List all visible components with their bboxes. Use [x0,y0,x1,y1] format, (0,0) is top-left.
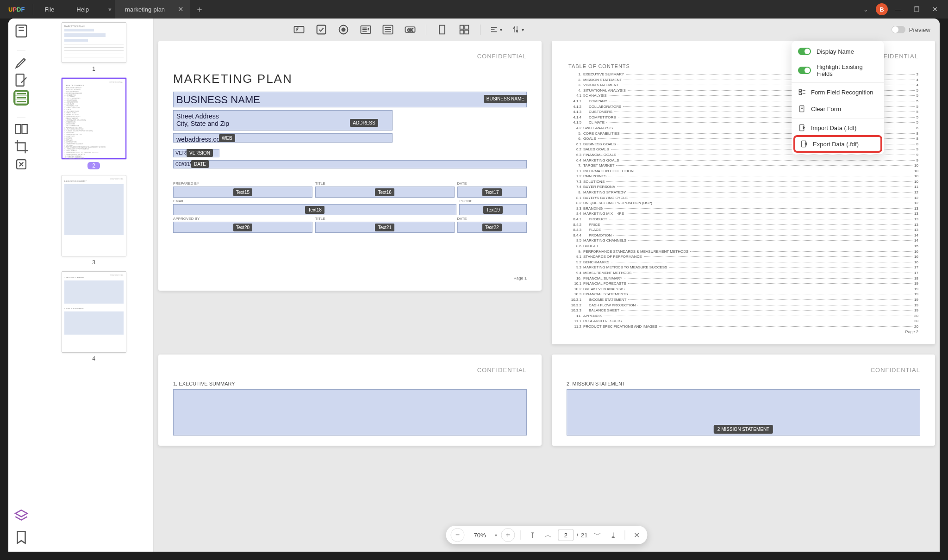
dd-field-recognition[interactable]: Form Field Recognition [792,84,884,100]
close-bar-icon[interactable]: ✕ [631,529,643,541]
svg-rect-20 [465,30,468,34]
workspace: OK ▾ ▾ Preview Display Name Highlight E [154,19,940,552]
title2-field[interactable]: Text21 [315,222,455,233]
window-controls: ⌄ B — ❐ ✕ [857,1,948,18]
maximize-button[interactable]: ❐ [908,1,925,18]
section-title: 2. MISSION STATEMENT [567,381,920,386]
left-rail [8,19,34,552]
page-nav-bar: − 70% ▾ + ⤒ ︿ / 21 ﹀ ⤓ ✕ [446,526,647,544]
text-field-tool-icon[interactable] [293,23,306,36]
page-number: Page 2 [568,330,918,334]
prepared-by-field[interactable]: Text15 [173,187,312,198]
reader-icon[interactable] [13,23,29,39]
toggle-on-icon[interactable] [798,48,811,55]
svg-rect-6 [22,124,27,134]
page-number: Page 1 [173,276,527,280]
zoom-out-button[interactable]: − [450,528,464,542]
business-name-field[interactable]: BUSINESS NAME BUSINESS NAME [173,92,527,107]
prev-page-icon[interactable]: ︿ [542,529,554,541]
thumbnail-panel[interactable]: MARKETING PLAN 1 CONFIDENTIAL TABLE OF C… [34,19,154,552]
dd-import-data[interactable]: Import Data (.fdf) [792,119,884,136]
thumb-1[interactable]: MARKETING PLAN 1 [34,22,153,72]
preview-toggle[interactable] [892,26,905,33]
thumb-2-label: 2 [87,162,100,169]
approved-by-field[interactable]: Text20 [173,222,312,233]
watermark-icon[interactable] [13,156,29,172]
date-field[interactable]: 00/00/ DATE [173,160,527,168]
email-field[interactable]: Text18 [173,204,456,215]
thumb-3[interactable]: CONFIDENTIAL 1. EXECUTIVE SUMMARY 3 [34,175,153,266]
zoom-dropdown-icon[interactable]: ▾ [495,533,497,538]
avatar[interactable]: B [876,3,888,15]
svg-rect-1 [16,74,24,86]
svg-text:OK: OK [407,28,413,32]
current-page-input[interactable] [558,529,574,541]
address-field[interactable]: Street Address City, State and Zip ADDRE… [173,110,393,131]
dd-export-data[interactable]: Export Data (.fdf) [793,135,882,153]
button-tool-icon[interactable]: OK [404,23,417,36]
svg-rect-18 [465,25,468,29]
menu-file[interactable]: File [33,6,65,13]
align-tool[interactable]: ▾ [490,25,502,34]
thumb-4[interactable]: CONFIDENTIAL 2. MISSION STATEMENT 3. VIS… [34,271,153,362]
checkbox-tool-icon[interactable] [315,23,328,36]
title-bar: UPDF File Help ▾ marketing-plan ✕ ＋ ⌄ B … [0,0,948,19]
thumb-2[interactable]: CONFIDENTIAL TABLE OF CONTENTS 1. EXECUT… [34,78,153,169]
last-page-icon[interactable]: ⤓ [607,529,619,541]
phone-field[interactable]: Text19 [459,204,527,215]
new-tab-button[interactable]: ＋ [190,0,209,19]
form-tools-icon[interactable] [13,90,29,106]
svg-point-21 [514,28,515,29]
minimize-button[interactable]: — [890,1,906,18]
dd-clear-form[interactable]: Clear Form [792,100,884,117]
svg-rect-24 [799,93,801,95]
exec-summary-field[interactable] [173,389,527,436]
first-page-icon[interactable]: ⤒ [526,529,538,541]
appr-date-field[interactable]: Text22 [457,222,527,233]
svg-rect-25 [800,106,804,112]
toggle-on-icon[interactable] [798,67,811,74]
svg-rect-0 [16,25,26,37]
page-1: CONFIDENTIAL MARKETING PLAN BUSINESS NAM… [158,41,542,291]
web-field[interactable]: webaddress.com WEB [173,133,393,143]
svg-rect-23 [799,90,801,92]
bookmark-icon[interactable] [13,529,29,545]
menu-help[interactable]: Help [65,6,100,13]
svg-rect-4 [16,100,26,103]
dropdown-tool-icon[interactable] [359,23,372,36]
document-title: MARKETING PLAN [173,72,527,86]
zoom-level[interactable]: 70% [468,532,491,539]
tab-close-icon[interactable]: ✕ [178,5,184,13]
manage-pages-icon[interactable] [13,121,29,137]
next-page-icon[interactable]: ﹀ [592,529,604,541]
prep-date-field[interactable]: Text17 [457,187,527,198]
dd-display-name[interactable]: Display Name [792,44,884,59]
list-tool-icon[interactable] [381,23,394,36]
field-tag: 2 MISSION STATEMENT [714,425,773,434]
zoom-in-button[interactable]: + [501,528,515,542]
grid-pages-icon[interactable] [458,23,471,36]
crop-icon[interactable] [13,139,29,155]
single-page-icon[interactable] [436,23,449,36]
dd-highlight-fields[interactable]: Highlight Existing Fields [792,59,884,81]
svg-rect-9 [317,25,326,34]
thumb-4-label: 4 [92,355,95,362]
settings-tool-icon[interactable]: ▾ [511,25,524,34]
title-field[interactable]: Text16 [315,187,455,198]
svg-rect-3 [16,96,26,99]
edit-page-icon[interactable] [13,72,29,88]
radio-tool-icon[interactable] [337,23,350,36]
tab-bar: ▾ marketing-plan ✕ ＋ [105,0,209,19]
confidential-label: CONFIDENTIAL [173,53,527,60]
close-button[interactable]: ✕ [927,1,943,18]
document-tab[interactable]: marketing-plan ✕ [115,0,190,19]
form-settings-dropdown: Display Name Highlight Existing Fields F… [792,41,884,155]
version-field[interactable]: VERS VERSION [173,149,219,157]
tab-dropdown-icon[interactable]: ▾ [105,0,115,19]
field-tag: BUSINESS NAME [484,95,527,103]
highlighter-icon[interactable] [13,55,29,70]
layers-icon[interactable] [13,508,29,524]
recognition-icon [798,88,806,96]
chevron-down-icon[interactable]: ⌄ [857,1,874,18]
section-title: 1. EXECUTIVE SUMMARY [173,381,527,386]
